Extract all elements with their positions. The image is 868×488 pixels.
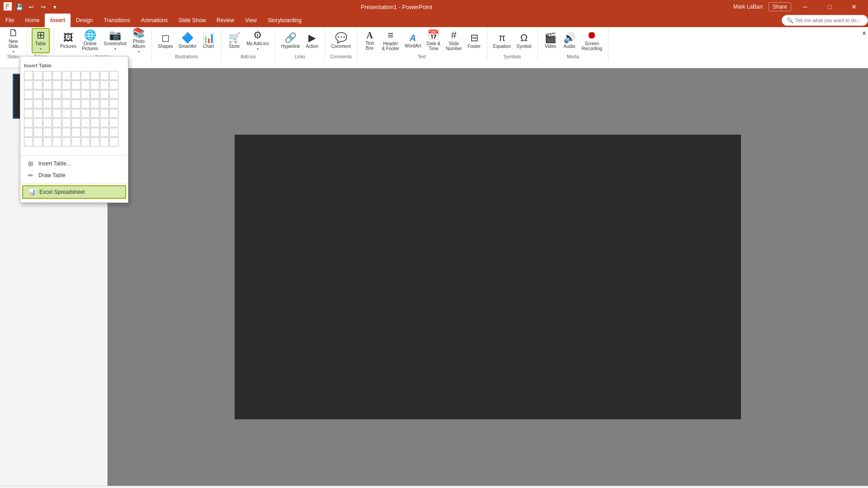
- grid-cell-4-7[interactable]: [90, 109, 99, 118]
- tab-storyboarding[interactable]: Storyboarding: [262, 14, 307, 27]
- symbol-button[interactable]: Ω Symbol: [514, 28, 533, 53]
- grid-cell-1-0[interactable]: [24, 80, 33, 89]
- redo-qat-button[interactable]: ↪: [38, 2, 48, 12]
- hyperlink-button[interactable]: 🔗 Hyperlink: [279, 28, 302, 53]
- tell-me-input[interactable]: [795, 18, 863, 23]
- grid-cell-5-0[interactable]: [24, 118, 33, 127]
- grid-cell-6-9[interactable]: [109, 128, 118, 137]
- store-button[interactable]: 🛒 Store: [225, 28, 243, 53]
- grid-cell-1-9[interactable]: [109, 80, 118, 89]
- grid-cell-5-2[interactable]: [43, 118, 52, 127]
- tab-home[interactable]: Home: [19, 14, 45, 27]
- grid-cell-5-5[interactable]: [71, 118, 80, 127]
- restore-button[interactable]: □: [819, 0, 840, 14]
- smartart-button[interactable]: 🔷 SmartArt: [176, 28, 198, 53]
- grid-cell-3-1[interactable]: [33, 99, 42, 108]
- grid-cell-5-8[interactable]: [100, 118, 109, 127]
- tab-insert[interactable]: Insert: [45, 14, 71, 27]
- video-button[interactable]: 🎬 Video: [542, 28, 560, 53]
- tab-slideshow[interactable]: Slide Show: [173, 14, 211, 27]
- grid-cell-6-7[interactable]: [90, 128, 99, 137]
- grid-cell-3-4[interactable]: [62, 99, 71, 108]
- grid-cell-5-1[interactable]: [33, 118, 42, 127]
- table-button[interactable]: ⊞ Table ▾: [32, 28, 50, 53]
- text-box-button[interactable]: A TextBox: [361, 28, 379, 53]
- grid-cell-0-8[interactable]: [100, 71, 109, 80]
- grid-cell-6-6[interactable]: [81, 128, 90, 137]
- tab-animations[interactable]: Animations: [136, 14, 173, 27]
- grid-cell-1-5[interactable]: [71, 80, 80, 89]
- grid-cell-6-8[interactable]: [100, 128, 109, 137]
- save-qat-button[interactable]: 💾: [14, 2, 24, 12]
- date-time-button[interactable]: 📅 Date &Time: [425, 28, 443, 53]
- grid-cell-4-9[interactable]: [109, 109, 118, 118]
- footer-button[interactable]: ⊟ Footer: [465, 28, 483, 53]
- grid-cell-2-2[interactable]: [43, 90, 52, 99]
- grid-cell-3-0[interactable]: [24, 99, 33, 108]
- draw-table-option[interactable]: ✏ Draw Table: [20, 169, 128, 181]
- new-slide-button[interactable]: 🗋 NewSlide ▾: [5, 28, 23, 53]
- grid-cell-6-1[interactable]: [33, 128, 42, 137]
- grid-cell-0-2[interactable]: [43, 71, 52, 80]
- grid-cell-0-9[interactable]: [109, 71, 118, 80]
- grid-cell-2-9[interactable]: [109, 90, 118, 99]
- grid-cell-0-6[interactable]: [81, 71, 90, 80]
- slide-canvas[interactable]: [235, 135, 741, 419]
- grid-cell-3-7[interactable]: [90, 99, 99, 108]
- grid-cell-5-4[interactable]: [62, 118, 71, 127]
- grid-cell-3-5[interactable]: [71, 99, 80, 108]
- grid-cell-0-3[interactable]: [52, 71, 61, 80]
- comment-button[interactable]: 💬 Comment: [329, 28, 353, 53]
- tell-me-search[interactable]: 🔍: [782, 15, 868, 26]
- grid-cell-3-2[interactable]: [43, 99, 52, 108]
- tab-design[interactable]: Design: [71, 14, 98, 27]
- tab-transitions[interactable]: Transitions: [98, 14, 135, 27]
- my-addins-button[interactable]: ⚙ My Add-ins ▾: [244, 28, 271, 53]
- share-button[interactable]: Share: [769, 2, 791, 11]
- wordart-button[interactable]: A WordArt: [402, 28, 424, 53]
- grid-cell-1-4[interactable]: [62, 80, 71, 89]
- audio-button[interactable]: 🔊 Audio: [561, 28, 579, 53]
- grid-cell-4-0[interactable]: [24, 109, 33, 118]
- grid-cell-1-1[interactable]: [33, 80, 42, 89]
- tab-view[interactable]: View: [240, 14, 262, 27]
- grid-cell-7-0[interactable]: [24, 137, 33, 146]
- ribbon-collapse-button[interactable]: ∧: [860, 28, 868, 38]
- grid-cell-6-4[interactable]: [62, 128, 71, 137]
- grid-cell-7-4[interactable]: [62, 137, 71, 146]
- grid-cell-0-4[interactable]: [62, 71, 71, 80]
- grid-cell-3-9[interactable]: [109, 99, 118, 108]
- slide-number-button[interactable]: # SlideNumber: [443, 28, 464, 53]
- grid-cell-5-9[interactable]: [109, 118, 118, 127]
- tab-review[interactable]: Review: [211, 14, 240, 27]
- grid-cell-7-6[interactable]: [81, 137, 90, 146]
- grid-cell-3-6[interactable]: [81, 99, 90, 108]
- customize-qat-button[interactable]: ▾: [50, 2, 60, 12]
- excel-spreadsheet-option[interactable]: 📊 Excel Spreadsheet: [22, 185, 126, 199]
- grid-cell-2-4[interactable]: [62, 90, 71, 99]
- grid-cell-4-8[interactable]: [100, 109, 109, 118]
- grid-cell-4-4[interactable]: [62, 109, 71, 118]
- grid-cell-4-5[interactable]: [71, 109, 80, 118]
- grid-cell-7-1[interactable]: [33, 137, 42, 146]
- grid-cell-1-6[interactable]: [81, 80, 90, 89]
- grid-cell-0-0[interactable]: [24, 71, 33, 80]
- grid-cell-5-7[interactable]: [90, 118, 99, 127]
- insert-table-option[interactable]: ⊞ Insert Table...: [20, 158, 128, 169]
- grid-cell-3-3[interactable]: [52, 99, 61, 108]
- grid-cell-5-6[interactable]: [81, 118, 90, 127]
- grid-cell-1-8[interactable]: [100, 80, 109, 89]
- grid-cell-2-5[interactable]: [71, 90, 80, 99]
- screenshot-button[interactable]: 📷 Screenshot ▾: [101, 28, 129, 53]
- grid-cell-0-1[interactable]: [33, 71, 42, 80]
- equation-button[interactable]: π Equation: [491, 28, 513, 53]
- grid-cell-6-2[interactable]: [43, 128, 52, 137]
- shapes-button[interactable]: ◻ Shapes: [156, 28, 175, 53]
- grid-cell-7-7[interactable]: [90, 137, 99, 146]
- action-button[interactable]: ▶ Action: [303, 28, 321, 53]
- pictures-button[interactable]: 🖼 Pictures: [58, 28, 79, 53]
- online-pictures-button[interactable]: 🌐 OnlinePictures: [80, 28, 100, 53]
- grid-cell-6-3[interactable]: [52, 128, 61, 137]
- minimize-button[interactable]: ─: [795, 0, 816, 14]
- grid-cell-2-8[interactable]: [100, 90, 109, 99]
